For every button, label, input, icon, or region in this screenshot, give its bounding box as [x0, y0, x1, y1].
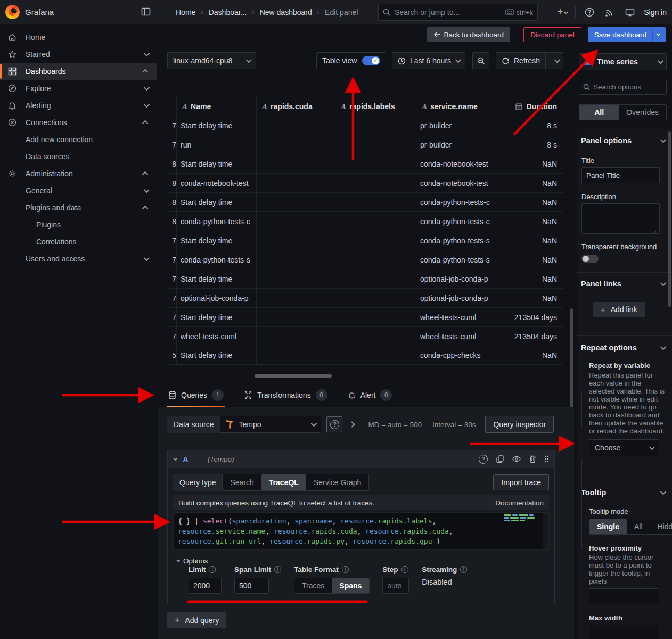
variable-select[interactable]: linux-amd64-cpu8 [167, 52, 256, 69]
add-query-button[interactable]: + Add query [167, 612, 226, 628]
help-icon[interactable] [583, 6, 596, 19]
main-vertical-scrollbar[interactable] [570, 308, 573, 415]
tooltip-mode-hidden[interactable]: Hidden [650, 519, 672, 534]
collapse-icon[interactable] [173, 456, 177, 460]
chevron-down-icon[interactable] [144, 85, 150, 91]
traceql-code-editor[interactable]: { } | select(span:duration, span:name, r… [173, 512, 549, 550]
add-menu-button[interactable]: + [558, 6, 568, 18]
table-row[interactable]: 7 Start delay time pr-builder 8 s [167, 116, 563, 135]
filter-all[interactable]: All [579, 105, 619, 120]
table-row[interactable]: 8 conda-python-tests-c conda-python-test… [167, 211, 563, 231]
breadcrumb-home[interactable]: Home [176, 8, 195, 17]
table-row[interactable]: 7 Start delay time wheel-tests-cuml 2135… [167, 307, 563, 326]
query-type-service-graph[interactable]: Service Graph [306, 474, 368, 490]
repeat-variable-select[interactable]: Choose [589, 439, 659, 456]
news-icon[interactable] [603, 6, 616, 19]
sidebar-item-alerting[interactable]: Alerting [0, 97, 157, 114]
table-horizontal-scrollbar[interactable] [255, 374, 332, 378]
breadcrumb-new-dashboard[interactable]: New dashboard [260, 8, 312, 17]
grafana-logo-icon[interactable] [5, 5, 20, 19]
tab-queries[interactable]: Queries 1 [167, 386, 225, 407]
chevron-up-icon[interactable] [142, 171, 148, 177]
chevron-down-icon[interactable] [144, 102, 150, 108]
format-traces[interactable]: Traces [294, 578, 332, 593]
column-header-rapids-cuda[interactable]: Arapids.cuda [256, 102, 335, 111]
hover-proximity-input[interactable] [589, 588, 659, 604]
discard-panel-button[interactable]: Discard panel [523, 27, 581, 42]
tooltip-mode-single[interactable]: Single [589, 519, 627, 534]
query-inspector-button[interactable]: Query inspector [485, 416, 554, 433]
filter-overrides[interactable]: Overrides [619, 105, 666, 120]
sidebar-item-starred[interactable]: Starred [0, 46, 157, 63]
tab-transformations[interactable]: Transformations 0 [243, 386, 329, 407]
breadcrumb-dashboards[interactable]: Dashboar... [209, 8, 247, 17]
sidebar-item-general[interactable]: General [0, 182, 157, 199]
query-type-search[interactable]: Search [223, 474, 261, 490]
section-repeat-options[interactable]: Repeat options [577, 343, 672, 352]
query-row-header[interactable]: A (Tempo) ? [168, 450, 554, 468]
tooltip-mode-all[interactable]: All [627, 519, 650, 534]
column-header-name[interactable]: AName [176, 102, 256, 111]
table-row[interactable]: 8 conda-notebook-test conda-notebook-tes… [167, 173, 563, 192]
column-header-service-name[interactable]: Aservice.name [416, 102, 496, 111]
chevron-right-icon[interactable] [349, 421, 355, 427]
section-panel-links[interactable]: Panel links [577, 280, 672, 288]
tab-alert[interactable]: Alert 0 [347, 386, 394, 407]
query-type-traceql[interactable]: TraceQL [261, 474, 306, 490]
sidebar-item-administration[interactable]: Administration [0, 165, 157, 182]
sidebar-item-data-sources[interactable]: Data sources [0, 148, 157, 165]
datasource-select[interactable]: Tempo [220, 416, 321, 433]
chevron-up-icon[interactable] [142, 120, 148, 126]
sidebar-toggle-icon[interactable] [140, 5, 152, 18]
monitor-icon[interactable] [624, 6, 636, 19]
panel-description-textarea[interactable] [581, 203, 660, 234]
sidebar-item-explore[interactable]: Explore [0, 80, 157, 97]
search-options-input[interactable]: Search options [579, 79, 667, 95]
zoom-out-button[interactable] [472, 52, 489, 69]
table-row[interactable]: 5 Start delay time conda-cpp-checks NaN [167, 346, 563, 365]
chevron-down-icon[interactable] [144, 187, 150, 193]
drag-handle-icon[interactable] [545, 455, 549, 463]
section-panel-options[interactable]: Panel options [577, 136, 672, 145]
table-row[interactable]: 7 optional-job-conda-p optional-job-cond… [167, 288, 563, 307]
save-dashboard-button[interactable]: Save dashboard [588, 27, 666, 42]
import-trace-button[interactable]: Import trace [493, 474, 549, 490]
time-range-picker[interactable]: Last 6 hours [392, 52, 465, 69]
sidebar-item-dashboards[interactable]: Dashboards [0, 63, 157, 80]
transparent-background-toggle[interactable] [581, 255, 599, 263]
back-to-dashboard-button[interactable]: Back to dashboard [427, 27, 511, 42]
chevron-up-icon[interactable] [142, 206, 148, 211]
global-search-input[interactable]: Search or jump to... ctrl+k [378, 4, 538, 21]
delete-query-icon[interactable] [529, 455, 536, 463]
table-row[interactable]: 7 run pr-builder 8 s [167, 135, 563, 154]
table-row[interactable]: 7 Start delay time conda-python-tests-s … [167, 231, 563, 250]
refresh-interval-dropdown[interactable] [550, 53, 563, 69]
options-scrollbar[interactable] [668, 131, 671, 307]
code-scrollbar[interactable] [543, 513, 548, 549]
column-header-rapids-labels[interactable]: Arapids.labels [335, 102, 416, 111]
table-row[interactable]: 8 Start delay time conda-python-tests-c … [167, 192, 563, 211]
query-help-icon[interactable]: ? [479, 455, 488, 464]
sign-in-button[interactable]: Sign in [644, 8, 667, 17]
table-row[interactable]: 7 wheel-tests-cuml wheel-tests-cuml 2135… [167, 326, 563, 346]
duplicate-query-icon[interactable] [496, 455, 504, 463]
sidebar-item-plugins-and-data[interactable]: Plugins and data [0, 199, 157, 216]
sidebar-item-correlations[interactable]: Correlations [0, 233, 157, 250]
section-tooltip[interactable]: Tooltip [577, 488, 672, 497]
sidebar-item-connections[interactable]: Connections [0, 114, 157, 131]
refresh-button[interactable]: Refresh [496, 52, 563, 69]
chevron-down-icon[interactable] [144, 255, 150, 261]
datasource-help-button[interactable]: ? [326, 416, 342, 432]
table-row[interactable]: 8 Start delay time conda-notebook-test N… [167, 154, 563, 173]
hide-query-icon[interactable] [512, 456, 521, 462]
sidebar-item-users-and-access[interactable]: Users and access [0, 250, 157, 267]
sidebar-item-plugins[interactable]: Plugins [0, 216, 157, 233]
limit-input[interactable] [189, 578, 222, 594]
chevron-down-icon[interactable] [656, 31, 660, 36]
visualization-select[interactable]: Time series [579, 53, 667, 70]
add-link-button[interactable]: + Add link [593, 302, 645, 317]
chevron-down-icon[interactable] [144, 51, 150, 56]
max-width-input[interactable] [589, 625, 659, 639]
column-header-duration[interactable]: Duration [496, 102, 563, 111]
table-row[interactable]: 7 Start delay time optional-job-conda-p … [167, 269, 563, 288]
